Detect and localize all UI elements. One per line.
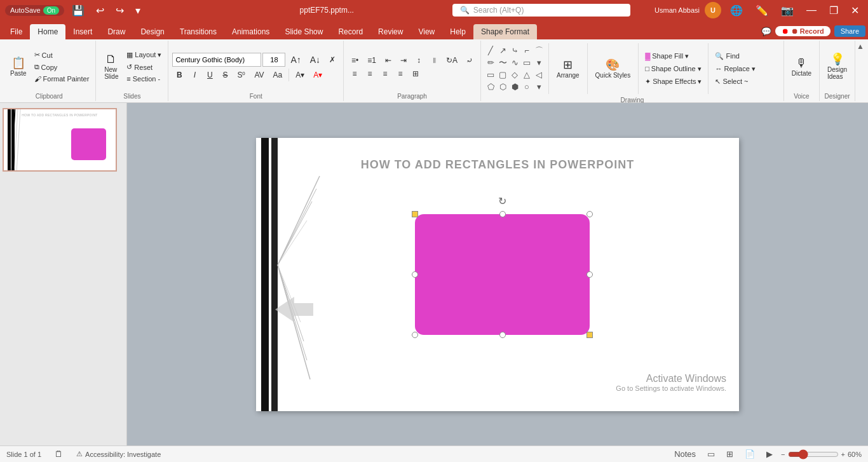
reading-view-button[interactable]: 📄 xyxy=(742,448,758,460)
shape-more[interactable]: ▾ xyxy=(533,57,545,69)
slide-canvas-area[interactable]: HOW TO ADD RECTANGLES IN POWERPOINT xyxy=(127,103,868,445)
replace-button[interactable]: ↔ Replace ▾ xyxy=(712,64,757,74)
zoom-slider[interactable] xyxy=(788,449,839,459)
share-button[interactable]: Share xyxy=(834,25,865,37)
tab-view[interactable]: View xyxy=(410,24,442,39)
align-center-button[interactable]: ≡ xyxy=(363,68,377,79)
section-button[interactable]: ≡ Section - xyxy=(124,74,164,84)
convert-smartart-button[interactable]: ⤾ xyxy=(463,55,477,66)
shape-pentagon[interactable]: ⬠ xyxy=(485,81,496,93)
shape-down-arrow[interactable]: ▾ xyxy=(533,81,545,93)
slide-sorter-button[interactable]: ⊞ xyxy=(723,448,736,460)
shape-fill-button[interactable]: ▓ Shape Fill ▾ xyxy=(642,51,704,62)
italic-button[interactable]: I xyxy=(187,69,201,81)
notes-button[interactable]: Notes xyxy=(671,448,699,460)
char-spacing-button[interactable]: AV xyxy=(250,69,268,81)
tab-record[interactable]: Record xyxy=(330,24,370,39)
font-color-button[interactable]: A▾ xyxy=(309,69,326,81)
tab-animations[interactable]: Animations xyxy=(224,24,277,39)
slide-notes-toggle[interactable]: 🗒 xyxy=(51,448,66,460)
handle-middle-left[interactable] xyxy=(412,271,418,278)
zoom-in-icon[interactable]: + xyxy=(841,451,845,458)
close-button[interactable]: ✕ xyxy=(847,3,863,18)
collapse-ribbon-button[interactable]: ▲ xyxy=(855,41,865,101)
clear-format-button[interactable]: ✗ xyxy=(325,54,339,65)
shape-triangle[interactable]: △ xyxy=(521,69,532,81)
shape-heptagon[interactable]: ⬢ xyxy=(509,81,520,93)
vertical-align-button[interactable]: ⊞ xyxy=(409,68,423,79)
handle-top-right[interactable] xyxy=(587,211,593,217)
bold-button[interactable]: B xyxy=(172,69,186,81)
handle-bottom-middle[interactable] xyxy=(499,332,506,338)
line-spacing-button[interactable]: ↕ xyxy=(412,55,426,66)
font-name-input[interactable] xyxy=(172,53,261,67)
accessibility-warning[interactable]: ⚠ Accessibility: Investigate xyxy=(76,450,161,458)
shape-curve[interactable]: 〜 xyxy=(497,57,508,69)
slideshow-button[interactable]: ▶ xyxy=(763,448,776,460)
shape-rtriangle[interactable]: ◁ xyxy=(533,69,545,81)
shape-scribble[interactable]: ∿ xyxy=(509,57,520,69)
format-painter-button[interactable]: 🖌 Format Painter xyxy=(32,74,92,84)
shape-arc[interactable]: ⌒ xyxy=(533,45,545,57)
minimize-button[interactable]: — xyxy=(803,3,820,17)
align-right-button[interactable]: ≡ xyxy=(378,68,392,79)
handle-top-left[interactable] xyxy=(412,211,418,217)
shape-diamond[interactable]: ◇ xyxy=(509,69,520,81)
pink-rectangle[interactable] xyxy=(415,214,590,335)
numbering-button[interactable]: ≡1 xyxy=(363,55,380,66)
shape-hexagon[interactable]: ⬡ xyxy=(497,81,508,93)
copy-button[interactable]: ⧉ Copy xyxy=(32,62,92,72)
tab-draw[interactable]: Draw xyxy=(100,24,133,39)
select-button[interactable]: ↖ Select ~ xyxy=(712,76,757,87)
align-left-button[interactable]: ≡ xyxy=(348,68,362,79)
zoom-out-icon[interactable]: − xyxy=(781,451,785,458)
highlight-button[interactable]: A▾ xyxy=(292,69,308,81)
paste-button[interactable]: 📋 Paste xyxy=(6,55,31,79)
reset-button[interactable]: ↺ Reset xyxy=(124,62,164,72)
shape-freeform[interactable]: ✏ xyxy=(485,57,496,69)
autosave-toggle[interactable]: AutoSave On xyxy=(5,5,64,16)
restore-button[interactable]: ❐ xyxy=(825,3,842,18)
shadow-button[interactable]: S⁰ xyxy=(233,69,249,81)
shape-circle[interactable]: ○ xyxy=(521,81,532,93)
search-box[interactable]: 🔍 Search (Alt+Q) xyxy=(452,4,630,17)
increase-indent-button[interactable]: ⇥ xyxy=(397,55,410,66)
shape-round-rect[interactable]: ▢ xyxy=(497,69,508,81)
text-direction-button[interactable]: ↻A xyxy=(442,55,461,66)
design-ideas-button[interactable]: 💡 DesignIdeas xyxy=(824,51,851,82)
decrease-font-button[interactable]: A↓ xyxy=(306,53,324,66)
undo-button[interactable]: ↩ xyxy=(92,3,108,18)
handle-middle-right[interactable] xyxy=(587,271,593,278)
layout-button[interactable]: ▦ Layout ▾ xyxy=(124,50,164,60)
redo-button[interactable]: ↪ xyxy=(112,3,128,18)
handle-bottom-left[interactable] xyxy=(412,332,418,338)
shape-arrow-line[interactable]: ↗ xyxy=(497,45,508,57)
shape-connector[interactable]: ⤷ xyxy=(509,45,520,57)
tab-file[interactable]: File xyxy=(3,24,30,39)
dictate-button[interactable]: 🎙 Dictate xyxy=(788,55,815,79)
shape-elbow[interactable]: ⌐ xyxy=(521,45,532,57)
customize-button[interactable]: ▾ xyxy=(132,3,144,18)
justify-button[interactable]: ≡ xyxy=(393,68,407,79)
font-case-button[interactable]: Aa xyxy=(269,69,287,81)
slide-thumbnail-1[interactable]: 1 HOW TO ADD RECTANGLES IN POWERPOINT xyxy=(3,108,117,172)
arrange-button[interactable]: ⊞ Arrange xyxy=(553,57,583,81)
shape-line[interactable]: ╱ xyxy=(485,45,496,57)
rotate-handle[interactable]: ↻ xyxy=(498,195,508,205)
tab-slideshow[interactable]: Slide Show xyxy=(277,24,330,39)
shape-rect2[interactable]: ▭ xyxy=(485,69,496,81)
shape-rect[interactable]: ▭ xyxy=(521,57,532,69)
record-button[interactable]: ⏺ ⏺ Record xyxy=(775,26,831,36)
bullets-button[interactable]: ≡• xyxy=(348,55,362,66)
tab-design[interactable]: Design xyxy=(133,24,172,39)
normal-view-button[interactable]: ▭ xyxy=(704,448,718,460)
decrease-indent-button[interactable]: ⇤ xyxy=(381,55,395,66)
increase-font-button[interactable]: A↑ xyxy=(287,53,304,66)
tab-insert[interactable]: Insert xyxy=(65,24,100,39)
find-button[interactable]: 🔍 Find xyxy=(712,51,757,62)
new-slide-button[interactable]: 🗋 NewSlide xyxy=(100,51,123,82)
underline-button[interactable]: U xyxy=(203,69,217,81)
columns-button[interactable]: ⫴ xyxy=(427,55,441,66)
tab-review[interactable]: Review xyxy=(370,24,410,39)
tab-help[interactable]: Help xyxy=(442,24,473,39)
